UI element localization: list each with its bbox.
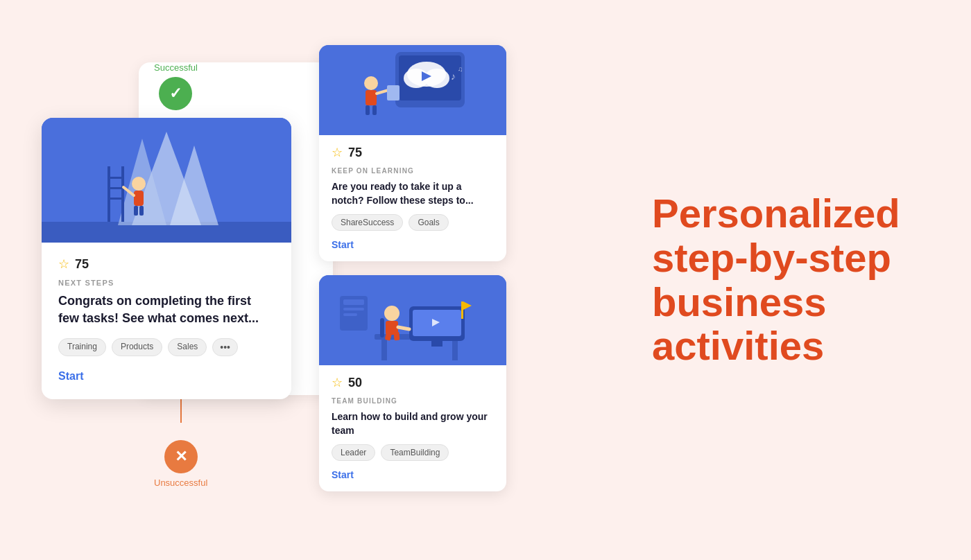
svg-rect-47 (343, 299, 364, 305)
svg-rect-48 (343, 308, 364, 310)
right-cards-container: ♪ ♫ ☆ 75 KEEP ON LEARNING Are you ready … (319, 45, 506, 505)
main-card-tags: Training Products Sales ••• (58, 338, 275, 356)
tag-leader: Leader (332, 444, 375, 461)
svg-text:♪: ♪ (451, 71, 456, 82)
svg-rect-23 (366, 90, 377, 105)
main-card-illustration (42, 118, 291, 243)
tag-teambuilding: TeamBuilding (381, 444, 449, 461)
tag-sharesuccess: ShareSuccess (332, 214, 403, 231)
tag-goals: Goals (409, 214, 448, 231)
svg-rect-6 (121, 166, 124, 222)
svg-line-44 (398, 327, 409, 329)
small-card-1-image: ♪ ♫ (319, 45, 506, 135)
small-card-2-image (319, 275, 506, 365)
svg-rect-49 (343, 313, 357, 316)
svg-rect-9 (108, 198, 124, 200)
main-card-rating-row: ☆ 75 (58, 256, 275, 272)
star-icon-2: ☆ (332, 375, 343, 390)
success-label: Successful (154, 62, 198, 73)
svg-rect-5 (108, 166, 110, 222)
failure-label: Unsuccessful (154, 478, 207, 488)
success-badge: Successful ✓ (154, 62, 198, 110)
small-card-1-title: Are you ready to take it up a notch? Fol… (332, 180, 494, 207)
tag-products: Products (112, 338, 162, 356)
main-card-image (42, 118, 291, 243)
small-card-2-title: Learn how to build and grow your team (332, 410, 494, 437)
small-card-1-rating: ☆ 75 (332, 145, 494, 160)
tag-training: Training (58, 338, 106, 356)
star-icon-1: ☆ (332, 145, 343, 160)
main-card: ☆ 75 NEXT STEPS Congrats on completing t… (42, 118, 291, 399)
svg-rect-11 (134, 191, 144, 206)
small-card-2-body: ☆ 50 TEAM BUILDING Learn how to build an… (319, 365, 506, 491)
svg-rect-27 (387, 85, 399, 100)
small-card-2-category: TEAM BUILDING (332, 397, 494, 405)
svg-rect-36 (431, 341, 442, 347)
small-card-1-illustration: ♪ ♫ (319, 45, 506, 135)
small-card-2-rating: ☆ 50 (332, 375, 494, 390)
svg-rect-8 (108, 187, 124, 189)
main-card-title: Congrats on completing the first few tas… (58, 292, 275, 327)
svg-point-10 (132, 177, 146, 191)
svg-point-40 (384, 306, 399, 321)
svg-rect-25 (372, 105, 377, 115)
svg-rect-33 (452, 340, 458, 360)
small-card-1-start-button[interactable]: Start (332, 239, 354, 250)
tag-sales: Sales (168, 338, 207, 356)
right-text-section: Personalized step-by-step business activ… (652, 191, 929, 368)
svg-rect-24 (366, 105, 370, 115)
main-card-points: 75 (75, 257, 89, 272)
small-card-1-points: 75 (348, 146, 362, 160)
tag-more: ••• (212, 338, 238, 356)
svg-rect-7 (108, 177, 124, 179)
svg-point-20 (424, 69, 449, 88)
small-card-2-tags: Leader TeamBuilding (332, 444, 494, 461)
svg-point-22 (364, 76, 378, 90)
svg-rect-45 (380, 318, 384, 338)
svg-rect-38 (461, 301, 463, 319)
svg-rect-13 (139, 206, 144, 216)
failure-icon: ✕ (164, 440, 198, 473)
small-card-2-points: 50 (348, 376, 362, 390)
star-icon: ☆ (58, 256, 69, 272)
small-card-2-illustration (319, 275, 506, 365)
headline-line1: Personalized (652, 191, 929, 236)
svg-rect-32 (381, 340, 387, 360)
small-card-1-category: KEEP ON LEARNING (332, 167, 494, 175)
small-card-2: ☆ 50 TEAM BUILDING Learn how to build an… (319, 275, 506, 491)
headline-line3: business activities (652, 280, 929, 369)
small-card-1: ♪ ♫ ☆ 75 KEEP ON LEARNING Are you ready … (319, 45, 506, 261)
svg-text:♫: ♫ (458, 65, 463, 73)
small-card-1-tags: ShareSuccess Goals (332, 214, 494, 231)
headline-line2: step-by-step (652, 236, 929, 280)
svg-rect-43 (393, 332, 399, 341)
main-card-category: NEXT STEPS (58, 279, 275, 287)
success-icon: ✓ (159, 77, 192, 110)
failure-badge: ✕ Unsuccessful (154, 440, 207, 488)
main-card-body: ☆ 75 NEXT STEPS Congrats on completing t… (42, 243, 291, 399)
main-card-start-button[interactable]: Start (58, 370, 83, 383)
svg-rect-12 (134, 206, 138, 216)
small-card-2-start-button[interactable]: Start (332, 469, 354, 480)
small-card-1-body: ☆ 75 KEEP ON LEARNING Are you ready to t… (319, 135, 506, 261)
headline: Personalized step-by-step business activ… (652, 191, 929, 368)
